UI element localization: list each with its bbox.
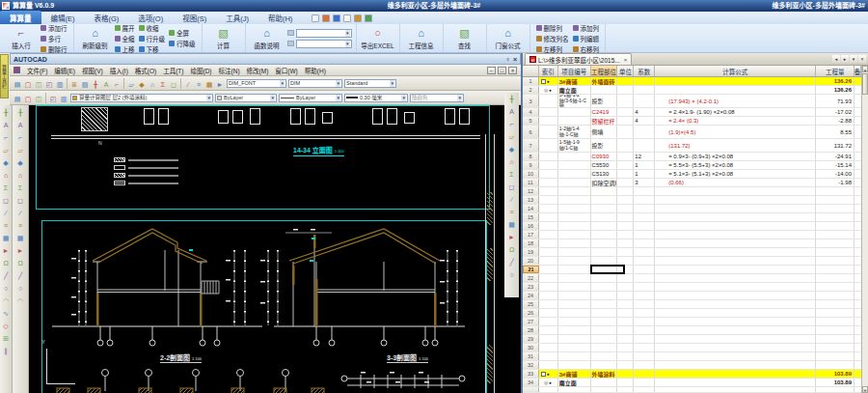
cell-project[interactable]: 3-1轴-1-2轴/3-6轴-1-C轴 bbox=[558, 95, 591, 107]
cell-index[interactable] bbox=[539, 108, 558, 116]
cell-formula[interactable] bbox=[655, 352, 816, 360]
cell-index[interactable] bbox=[539, 205, 558, 212]
help-icon[interactable]: ► bbox=[215, 78, 225, 89]
cell-quantity[interactable]: -15.14 bbox=[816, 161, 854, 169]
extend-icon[interactable]: ▦ bbox=[508, 218, 515, 231]
paste-icon[interactable]: ╂ bbox=[91, 78, 100, 89]
cell-index[interactable] bbox=[539, 326, 558, 334]
cell-unit[interactable] bbox=[617, 153, 634, 160]
cell-unit[interactable] bbox=[617, 187, 634, 195]
table-row[interactable]: 2◎●南立面136.26 bbox=[523, 86, 861, 95]
cell-unit[interactable] bbox=[617, 117, 634, 125]
row-number[interactable]: 12 bbox=[523, 187, 539, 195]
计算-button[interactable]: ▧计算 bbox=[206, 25, 241, 51]
cell-part[interactable]: 预留栏杆 bbox=[591, 117, 618, 125]
cell-quantity[interactable] bbox=[816, 326, 854, 334]
cell-part[interactable] bbox=[591, 379, 618, 386]
cell-index[interactable] bbox=[539, 274, 558, 282]
cell-coefficient[interactable] bbox=[634, 274, 655, 282]
cell-note[interactable] bbox=[854, 239, 861, 247]
cell-unit[interactable] bbox=[617, 231, 634, 239]
cell-quantity[interactable] bbox=[816, 196, 854, 204]
cell-coefficient[interactable] bbox=[634, 231, 655, 239]
cell-note[interactable] bbox=[854, 153, 861, 160]
layer-manager-icon[interactable]: ▤ bbox=[13, 93, 22, 103]
cell-note[interactable] bbox=[854, 161, 861, 169]
column-header-单位[interactable]: 单位 bbox=[617, 66, 634, 76]
row-number[interactable]: 30 bbox=[523, 344, 539, 351]
cell-index[interactable] bbox=[539, 95, 558, 107]
cell-formula[interactable] bbox=[655, 274, 816, 282]
table-row[interactable]: 8C093012= 0.9×3- (0.9+3) ×2×0.08-24.91 bbox=[523, 153, 861, 161]
table-row[interactable]: 32 bbox=[523, 361, 861, 370]
flag-icon[interactable]: ⊞ bbox=[3, 332, 9, 345]
cell-note[interactable] bbox=[854, 352, 861, 360]
table-row[interactable]: 12 bbox=[523, 187, 861, 196]
new-sheet-icon[interactable] bbox=[343, 14, 351, 22]
cell-coefficient[interactable] bbox=[634, 266, 655, 273]
cell-part[interactable] bbox=[591, 309, 618, 317]
cell-part[interactable]: C5130 bbox=[591, 170, 618, 178]
cell-index[interactable]: ● bbox=[539, 77, 558, 85]
cell-part[interactable] bbox=[591, 213, 618, 221]
row-number[interactable]: 10 bbox=[523, 170, 539, 178]
tab-prev-icon[interactable]: ◂ bbox=[832, 55, 840, 63]
cell-index[interactable]: ◎● bbox=[539, 379, 558, 386]
column-header-索引[interactable]: 索引 bbox=[539, 66, 558, 76]
preview-icon[interactable]: ▥ bbox=[55, 78, 65, 89]
cell-part[interactable]: C0930 bbox=[591, 153, 618, 160]
行升级-button[interactable]: 行升级 bbox=[139, 34, 166, 43]
table-row[interactable]: 30 bbox=[523, 344, 861, 352]
cell-unit[interactable] bbox=[617, 361, 634, 369]
cell-quantity[interactable]: 136.26 bbox=[816, 86, 854, 94]
cell-formula[interactable]: = 5.5×3- (5.5+3) ×2×0.08 bbox=[655, 161, 816, 169]
table-row[interactable]: 19 bbox=[523, 248, 861, 257]
删除列-button[interactable]: 删除列 bbox=[536, 23, 569, 33]
cell-formula[interactable]: = 5.1×3- (5.1+3) ×2×0.08 bbox=[655, 170, 816, 178]
全缩-button[interactable]: 全缩 bbox=[115, 34, 135, 43]
cell-formula[interactable] bbox=[655, 205, 816, 212]
row-number[interactable] bbox=[523, 387, 539, 392]
cell-unit[interactable] bbox=[617, 379, 634, 386]
tab-close-icon[interactable]: × bbox=[858, 55, 866, 63]
scroll-thumb[interactable] bbox=[862, 73, 868, 95]
cad-menu-修改(M)[interactable]: 修改(M) bbox=[247, 66, 269, 75]
cell-project[interactable]: 1-2轴/1-4轴-1-C轴 bbox=[558, 126, 591, 138]
open-icon[interactable]: ▢ bbox=[23, 78, 33, 89]
cell-index[interactable] bbox=[539, 117, 558, 125]
cell-coefficient[interactable] bbox=[634, 239, 655, 247]
cell-project[interactable]: 3#商铺 bbox=[558, 77, 591, 85]
cell-formula[interactable] bbox=[655, 196, 816, 204]
row-number[interactable]: 8 bbox=[523, 153, 539, 160]
beam-icon[interactable]: ⌂ bbox=[4, 169, 8, 182]
cell-part[interactable]: 投影 bbox=[591, 139, 618, 152]
cell-note[interactable] bbox=[854, 292, 861, 299]
上移-button[interactable]: 上移 bbox=[115, 44, 135, 54]
make-block-icon[interactable]: ► bbox=[17, 244, 24, 257]
cell-note[interactable] bbox=[854, 139, 861, 152]
row-number[interactable]: 5 bbox=[523, 117, 539, 125]
cell-unit[interactable] bbox=[617, 344, 634, 351]
column-header-工程部位[interactable]: 工程部位 bbox=[591, 66, 618, 76]
cell-coefficient[interactable] bbox=[634, 196, 655, 204]
cell-formula[interactable] bbox=[655, 86, 816, 94]
row-number[interactable]: 1 bbox=[523, 77, 539, 85]
copy-icon[interactable]: A bbox=[509, 105, 514, 118]
cell-project[interactable] bbox=[558, 387, 591, 392]
cell-part[interactable] bbox=[591, 352, 618, 360]
cell-project[interactable] bbox=[558, 335, 591, 343]
trim-icon[interactable]: ≡ bbox=[509, 206, 513, 218]
tab-next-icon[interactable]: ▸ bbox=[841, 55, 849, 63]
cell-project[interactable] bbox=[558, 283, 591, 291]
cell-coefficient[interactable] bbox=[634, 77, 655, 85]
cell-coefficient[interactable] bbox=[634, 335, 655, 343]
cell-project[interactable] bbox=[558, 187, 591, 195]
save-icon[interactable]: ◫ bbox=[34, 78, 43, 89]
cell-index[interactable] bbox=[539, 239, 558, 247]
修改列名-button[interactable]: 修改列名 bbox=[536, 34, 569, 43]
cell-unit[interactable] bbox=[617, 239, 634, 247]
axis-icon[interactable]: ◻ bbox=[3, 194, 9, 207]
多行-button[interactable]: 多行 bbox=[41, 34, 68, 43]
cell-coefficient[interactable] bbox=[634, 379, 655, 386]
explode-icon[interactable]: ○ bbox=[509, 268, 513, 281]
